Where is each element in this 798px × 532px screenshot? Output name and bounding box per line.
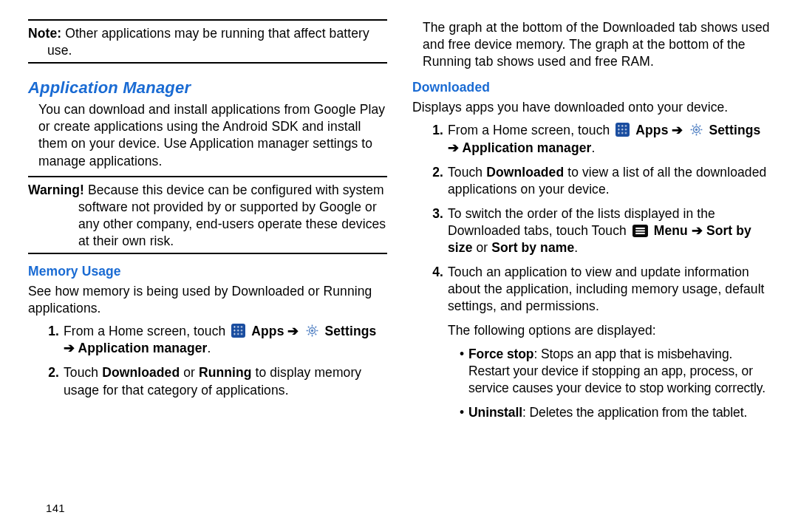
step-2: 2. Touch Downloaded to view a list of al…: [434, 164, 771, 198]
menu-icon: [632, 225, 648, 237]
right-column: The graph at the bottom of the Downloade…: [412, 16, 771, 429]
heading-memory-usage: Memory Usage: [28, 263, 387, 280]
appmgr-label: Application manager: [462, 140, 591, 155]
rule: [28, 253, 387, 254]
sort-name-label: Sort by name: [491, 240, 574, 255]
step-2: 2. Touch Downloaded or Running to displa…: [50, 364, 387, 398]
rule: [28, 176, 387, 177]
menu-label: Menu: [654, 223, 688, 238]
uninstall-label: Uninstall: [468, 405, 522, 420]
options-list: Force stop: Stops an app that is misbeha…: [448, 346, 771, 421]
page-number: 141: [46, 501, 65, 516]
memory-steps: 1. From a Home screen, touch Apps ➔ Sett…: [28, 323, 387, 398]
step-1: 1. From a Home screen, touch Apps ➔ Sett…: [434, 122, 771, 156]
apps-icon: [615, 123, 630, 137]
following-text: The following options are displayed:: [448, 322, 771, 339]
warning-label: Warning!: [28, 183, 84, 197]
arrow-icon: ➔: [692, 223, 703, 238]
appmgr-body: You can download and install application…: [28, 101, 387, 169]
arrow-icon: ➔: [64, 341, 75, 355]
settings-icon: [305, 324, 319, 338]
downloaded-steps: 1. From a Home screen, touch Apps ➔ Sett…: [412, 122, 771, 420]
appmgr-label: Application manager: [78, 341, 207, 355]
step-3: 3. To switch the order of the lists disp…: [434, 205, 771, 256]
force-stop-label: Force stop: [468, 347, 533, 361]
manual-page: Note: Other applications may be running …: [0, 0, 798, 429]
arrow-icon: ➔: [287, 324, 299, 338]
svg-point-3: [695, 129, 697, 131]
uninstall-text: : Deletes the application from the table…: [522, 405, 747, 420]
left-column: Note: Other applications may be running …: [28, 16, 387, 429]
step1-pretext: From a Home screen, touch: [448, 123, 613, 137]
svg-point-1: [310, 330, 313, 332]
downloaded-label: Downloaded: [102, 365, 180, 380]
apps-label: Apps: [635, 123, 668, 137]
graph-body: The graph at the bottom of the Downloade…: [412, 19, 771, 70]
rule: [28, 62, 387, 64]
option-force-stop: Force stop: Stops an app that is misbeha…: [460, 346, 771, 397]
settings-icon: [689, 123, 703, 137]
step-1: 1. From a Home screen, touch Apps ➔ Sett…: [50, 323, 387, 357]
downloaded-body: Displays apps you have downloaded onto y…: [412, 99, 771, 116]
step2-a: Touch: [64, 365, 102, 380]
running-label: Running: [199, 365, 252, 380]
heading-downloaded: Downloaded: [412, 79, 771, 96]
note-block: Note: Other applications may be running …: [28, 25, 387, 59]
settings-label: Settings: [325, 324, 377, 338]
memory-body: See how memory is being used by Download…: [28, 283, 387, 317]
step4-text: Touch an application to view and update …: [448, 265, 765, 313]
note-label: Note:: [28, 26, 61, 41]
step3-or: or: [472, 240, 491, 255]
apps-icon: [231, 324, 245, 338]
warning-text: Because this device can be configured wi…: [78, 183, 386, 248]
warning-block: Warning! Because this device can be conf…: [28, 182, 387, 250]
apps-label: Apps: [251, 324, 284, 338]
rule: [28, 19, 387, 21]
step-4: 4. Touch an application to view and upda…: [434, 264, 771, 421]
step1-pretext: From a Home screen, touch: [64, 324, 229, 338]
arrow-icon: ➔: [672, 123, 683, 137]
option-uninstall: Uninstall: Deletes the application from …: [460, 404, 771, 421]
heading-application-manager: Application Manager: [28, 77, 387, 98]
arrow-icon: ➔: [448, 140, 459, 155]
step2-or: or: [180, 365, 199, 380]
step2-a: Touch: [448, 165, 486, 180]
settings-label: Settings: [709, 123, 761, 137]
note-text: Other applications may be running that a…: [47, 26, 369, 58]
downloaded-label: Downloaded: [486, 165, 564, 180]
